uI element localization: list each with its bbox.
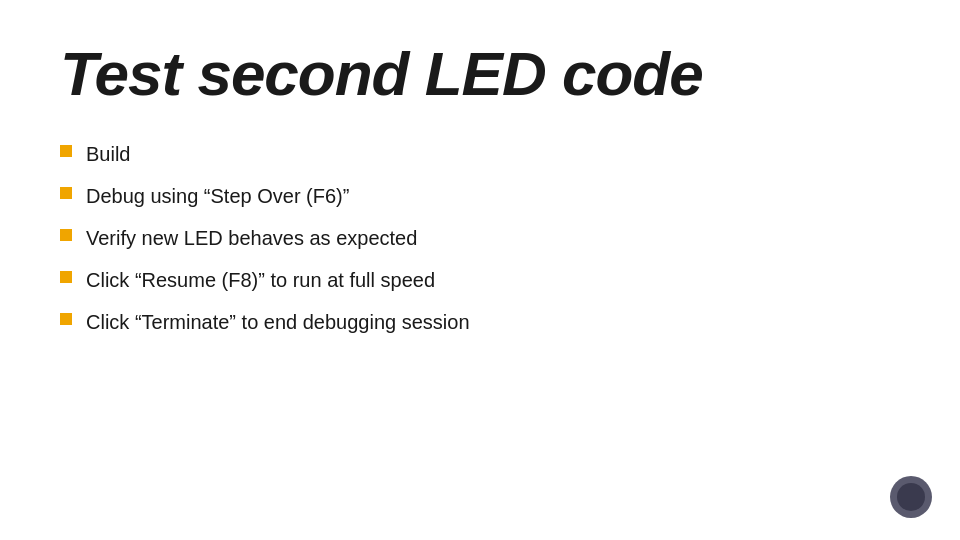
bullet-text: Verify new LED behaves as expected bbox=[86, 224, 417, 252]
bullet-list: BuildDebug using “Step Over (F6)”Verify … bbox=[60, 140, 900, 336]
slide-title: Test second LED code bbox=[60, 40, 900, 108]
bullet-text: Click “Resume (F8)” to run at full speed bbox=[86, 266, 435, 294]
bullet-text: Build bbox=[86, 140, 130, 168]
bullet-marker bbox=[60, 145, 72, 157]
list-item-2: Debug using “Step Over (F6)” bbox=[60, 182, 900, 210]
nav-button[interactable] bbox=[890, 476, 932, 518]
bullet-text: Debug using “Step Over (F6)” bbox=[86, 182, 349, 210]
bullet-marker bbox=[60, 229, 72, 241]
slide-container: Test second LED code BuildDebug using “S… bbox=[0, 0, 960, 540]
list-item-3: Verify new LED behaves as expected bbox=[60, 224, 900, 252]
bullet-text: Click “Terminate” to end debugging sessi… bbox=[86, 308, 470, 336]
bullet-marker bbox=[60, 187, 72, 199]
list-item-5: Click “Terminate” to end debugging sessi… bbox=[60, 308, 900, 336]
list-item-1: Build bbox=[60, 140, 900, 168]
nav-button-inner bbox=[897, 483, 925, 511]
bullet-marker bbox=[60, 271, 72, 283]
bullet-marker bbox=[60, 313, 72, 325]
list-item-4: Click “Resume (F8)” to run at full speed bbox=[60, 266, 900, 294]
